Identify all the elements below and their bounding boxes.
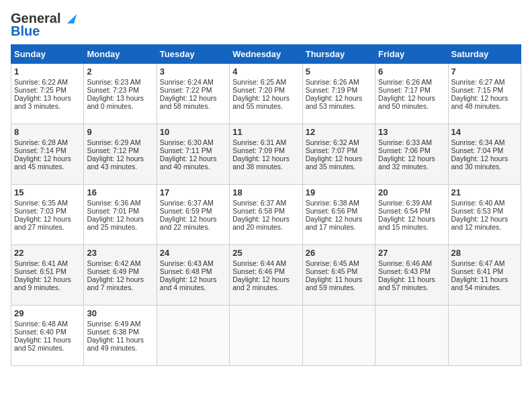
sunset-text: Sunset: 7:09 PM — [232, 146, 285, 154]
day-number: 25 — [232, 248, 299, 258]
table-cell: 30Sunrise: 6:49 AMSunset: 6:38 PMDayligh… — [84, 306, 157, 366]
sunrise-text: Sunrise: 6:34 AM — [451, 138, 505, 146]
table-cell: 3Sunrise: 6:24 AMSunset: 7:22 PMDaylight… — [157, 64, 229, 124]
sunset-text: Sunset: 7:07 PM — [306, 146, 358, 154]
calendar-week-row: 1Sunrise: 6:22 AMSunset: 7:25 PMDaylight… — [11, 64, 521, 124]
day-number: 8 — [14, 127, 81, 137]
logo: General Blue — [11, 11, 77, 39]
sunrise-text: Sunrise: 6:45 AM — [306, 259, 359, 267]
day-number: 10 — [160, 127, 226, 137]
sunrise-text: Sunrise: 6:23 AM — [87, 78, 140, 86]
day-number: 6 — [378, 66, 445, 77]
calendar-body: 1Sunrise: 6:22 AMSunset: 7:25 PMDaylight… — [11, 64, 521, 366]
table-cell: 25Sunrise: 6:44 AMSunset: 6:46 PMDayligh… — [230, 245, 302, 306]
col-sunday: Sunday — [11, 45, 84, 64]
sunrise-text: Sunrise: 6:25 AM — [232, 78, 286, 86]
table-cell: 27Sunrise: 6:46 AMSunset: 6:43 PMDayligh… — [375, 245, 448, 306]
day-number: 5 — [306, 66, 372, 77]
daylight-text: Daylight: 12 hours and 38 minutes. — [232, 154, 290, 171]
sunset-text: Sunset: 6:58 PM — [232, 207, 285, 215]
daylight-text: Daylight: 12 hours and 45 minutes. — [14, 154, 71, 171]
day-number: 19 — [306, 187, 372, 197]
day-number: 1 — [14, 66, 81, 77]
table-cell: 16Sunrise: 6:36 AMSunset: 7:01 PMDayligh… — [84, 185, 157, 245]
daylight-text: Daylight: 13 hours and 3 minutes. — [14, 94, 71, 110]
table-cell: 6Sunrise: 6:26 AMSunset: 7:17 PMDaylight… — [375, 64, 448, 124]
daylight-text: Daylight: 12 hours and 2 minutes. — [232, 275, 290, 291]
sunset-text: Sunset: 6:46 PM — [232, 267, 285, 275]
sunset-text: Sunset: 6:48 PM — [160, 267, 212, 275]
sunrise-text: Sunrise: 6:36 AM — [87, 199, 140, 207]
sunrise-text: Sunrise: 6:29 AM — [87, 138, 140, 146]
day-number: 7 — [451, 66, 518, 77]
sunset-text: Sunset: 7:23 PM — [87, 86, 139, 94]
sunrise-text: Sunrise: 6:24 AM — [160, 78, 214, 86]
sunrise-text: Sunrise: 6:43 AM — [160, 259, 214, 267]
col-tuesday: Tuesday — [157, 45, 229, 64]
day-number: 15 — [14, 187, 81, 197]
table-cell: 28Sunrise: 6:47 AMSunset: 6:41 PMDayligh… — [448, 245, 521, 306]
sunset-text: Sunset: 6:41 PM — [451, 267, 504, 275]
day-number: 2 — [87, 66, 153, 77]
sunset-text: Sunset: 7:15 PM — [451, 86, 504, 94]
table-cell: 7Sunrise: 6:27 AMSunset: 7:15 PMDaylight… — [448, 64, 521, 124]
table-cell — [448, 306, 521, 366]
sunset-text: Sunset: 7:11 PM — [160, 146, 212, 154]
daylight-text: Daylight: 12 hours and 40 minutes. — [160, 154, 217, 171]
sunset-text: Sunset: 7:22 PM — [160, 86, 212, 94]
table-cell: 11Sunrise: 6:31 AMSunset: 7:09 PMDayligh… — [230, 124, 302, 185]
table-cell: 10Sunrise: 6:30 AMSunset: 7:11 PMDayligh… — [157, 124, 229, 185]
sunrise-text: Sunrise: 6:37 AM — [232, 199, 286, 207]
daylight-text: Daylight: 12 hours and 32 minutes. — [378, 154, 435, 171]
calendar-week-row: 8Sunrise: 6:28 AMSunset: 7:14 PMDaylight… — [11, 124, 521, 185]
daylight-text: Daylight: 12 hours and 17 minutes. — [306, 215, 363, 231]
calendar-week-row: 29Sunrise: 6:48 AMSunset: 6:40 PMDayligh… — [11, 306, 521, 366]
day-number: 21 — [451, 187, 518, 197]
daylight-text: Daylight: 12 hours and 27 minutes. — [14, 215, 71, 231]
day-number: 29 — [14, 308, 81, 318]
page-header: General Blue — [11, 11, 521, 39]
svg-marker-0 — [67, 14, 77, 24]
calendar-table: Sunday Monday Tuesday Wednesday Thursday… — [11, 44, 521, 366]
sunrise-text: Sunrise: 6:26 AM — [306, 78, 359, 86]
day-number: 11 — [232, 127, 299, 137]
sunset-text: Sunset: 7:14 PM — [14, 146, 66, 154]
daylight-text: Daylight: 12 hours and 48 minutes. — [451, 94, 508, 110]
table-cell — [375, 306, 448, 366]
day-number: 27 — [378, 248, 445, 258]
sunrise-text: Sunrise: 6:42 AM — [87, 259, 140, 267]
sunset-text: Sunset: 6:51 PM — [14, 267, 66, 275]
sunset-text: Sunset: 6:53 PM — [451, 207, 504, 215]
daylight-text: Daylight: 12 hours and 43 minutes. — [87, 154, 144, 171]
sunset-text: Sunset: 7:06 PM — [378, 146, 431, 154]
table-cell: 20Sunrise: 6:39 AMSunset: 6:54 PMDayligh… — [375, 185, 448, 245]
table-cell: 22Sunrise: 6:41 AMSunset: 6:51 PMDayligh… — [11, 245, 84, 306]
col-thursday: Thursday — [302, 45, 375, 64]
sunrise-text: Sunrise: 6:35 AM — [14, 199, 68, 207]
table-cell: 26Sunrise: 6:45 AMSunset: 6:45 PMDayligh… — [302, 245, 375, 306]
sunrise-text: Sunrise: 6:44 AM — [232, 259, 286, 267]
day-number: 16 — [87, 187, 153, 197]
day-number: 20 — [378, 187, 445, 197]
daylight-text: Daylight: 12 hours and 35 minutes. — [306, 154, 363, 171]
daylight-text: Daylight: 12 hours and 58 minutes. — [160, 94, 217, 110]
table-cell: 13Sunrise: 6:33 AMSunset: 7:06 PMDayligh… — [375, 124, 448, 185]
calendar-header-row: Sunday Monday Tuesday Wednesday Thursday… — [11, 45, 521, 64]
sunset-text: Sunset: 6:49 PM — [87, 267, 139, 275]
sunset-text: Sunset: 7:25 PM — [14, 86, 66, 94]
daylight-text: Daylight: 12 hours and 53 minutes. — [306, 94, 363, 110]
calendar-week-row: 22Sunrise: 6:41 AMSunset: 6:51 PMDayligh… — [11, 245, 521, 306]
daylight-text: Daylight: 12 hours and 50 minutes. — [378, 94, 435, 110]
sunrise-text: Sunrise: 6:47 AM — [451, 259, 505, 267]
sunrise-text: Sunrise: 6:38 AM — [306, 199, 359, 207]
daylight-text: Daylight: 12 hours and 22 minutes. — [160, 215, 217, 231]
sunrise-text: Sunrise: 6:41 AM — [14, 259, 68, 267]
sunrise-text: Sunrise: 6:32 AM — [306, 138, 359, 146]
daylight-text: Daylight: 12 hours and 25 minutes. — [87, 215, 144, 231]
logo-blue: Blue — [11, 24, 77, 39]
day-number: 18 — [232, 187, 299, 197]
day-number: 23 — [87, 248, 153, 258]
daylight-text: Daylight: 12 hours and 12 minutes. — [451, 215, 508, 231]
sunrise-text: Sunrise: 6:26 AM — [378, 78, 432, 86]
day-number: 14 — [451, 127, 518, 137]
